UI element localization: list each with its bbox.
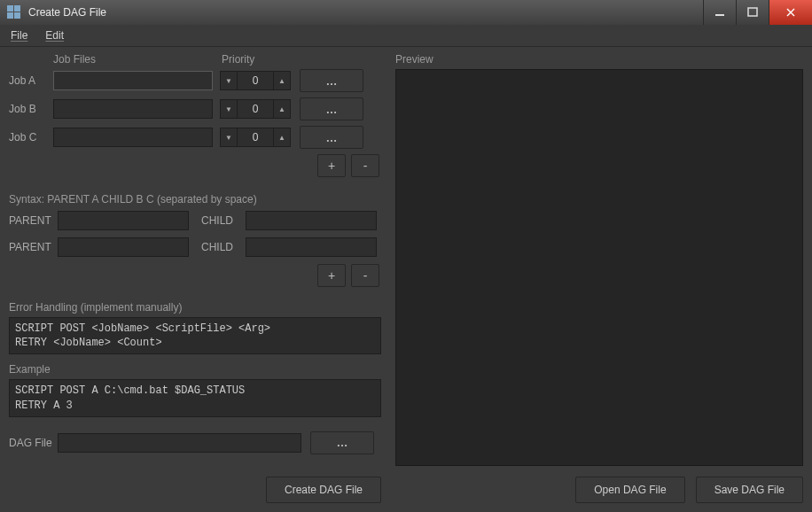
job-a-file-input[interactable] — [53, 71, 213, 90]
job-row-b: Job B ▼ 0 ▲ … — [9, 97, 381, 120]
job-row-c: Job C ▼ 0 ▲ … — [9, 126, 381, 149]
svg-rect-0 — [715, 14, 724, 16]
job-remove-button[interactable]: - — [351, 154, 379, 177]
preview-box[interactable] — [395, 69, 803, 466]
pc2-parent-input[interactable] — [58, 237, 189, 257]
example-text: SCRIPT POST A C:\cmd.bat $DAG_STATUS RET… — [9, 379, 381, 416]
job-b-priority-spinner: ▼ 0 ▲ — [220, 99, 291, 119]
job-a-browse-button[interactable]: … — [300, 69, 363, 92]
close-button[interactable] — [769, 0, 812, 25]
job-b-label: Job B — [9, 103, 53, 115]
menubar: File Edit — [0, 25, 812, 47]
job-a-priority-spinner: ▼ 0 ▲ — [220, 71, 291, 90]
pc1-parent-input[interactable] — [58, 211, 189, 230]
job-add-button[interactable]: + — [317, 154, 346, 177]
pc1-child-label: CHILD — [201, 214, 246, 227]
dag-file-browse-button[interactable]: … — [310, 431, 374, 454]
titlebar: Create DAG File — [0, 0, 812, 26]
dag-file-input[interactable] — [58, 433, 301, 453]
create-dag-button[interactable]: Create DAG File — [266, 477, 381, 503]
pc1-parent-label: PARENT — [9, 214, 58, 227]
right-footer: Open DAG File Save DAG File — [395, 466, 803, 503]
job-b-browse-button[interactable]: … — [300, 97, 363, 120]
pc2-child-label: CHILD — [201, 241, 246, 253]
pc-add-button[interactable]: + — [317, 264, 346, 287]
left-footer: Create DAG File — [9, 466, 381, 503]
job-c-priority-up[interactable]: ▲ — [273, 128, 291, 147]
job-add-remove: + - — [9, 154, 381, 177]
job-b-file-input[interactable] — [53, 99, 213, 119]
error-handling-text[interactable]: SCRIPT POST <JobName> <ScriptFile> <Arg>… — [9, 317, 381, 354]
content: Job Files Priority Job A ▼ 0 ▲ … Job B — [0, 46, 812, 512]
pc-remove-button[interactable]: - — [351, 264, 379, 287]
svg-rect-1 — [748, 8, 757, 16]
job-headers: Job Files Priority — [9, 53, 381, 66]
open-dag-button[interactable]: Open DAG File — [575, 477, 684, 503]
right-panel: Preview Open DAG File Save DAG File — [395, 53, 803, 503]
job-a-priority-value[interactable]: 0 — [238, 71, 273, 90]
job-c-file-input[interactable] — [53, 128, 213, 147]
job-c-label: Job C — [9, 131, 53, 144]
left-panel: Job Files Priority Job A ▼ 0 ▲ … Job B — [9, 53, 381, 503]
header-priority: Priority — [222, 53, 301, 66]
example-label: Example — [9, 363, 381, 376]
maximize-button[interactable] — [736, 0, 769, 25]
job-b-priority-up[interactable]: ▲ — [273, 99, 291, 119]
job-c-priority-value[interactable]: 0 — [238, 128, 273, 147]
pc2-parent-label: PARENT — [9, 241, 58, 253]
syntax-label: Syntax: PARENT A CHILD B C (separated by… — [9, 193, 381, 206]
window-controls — [703, 0, 812, 25]
job-a-label: Job A — [9, 74, 53, 87]
job-c-priority-spinner: ▼ 0 ▲ — [220, 128, 291, 147]
save-dag-button[interactable]: Save DAG File — [696, 477, 803, 503]
job-c-browse-button[interactable]: … — [300, 126, 363, 149]
parent-child-row-2: PARENT CHILD — [9, 237, 381, 257]
minimize-button[interactable] — [703, 0, 736, 25]
dag-file-label: DAG File — [9, 437, 58, 449]
svg-line-3 — [787, 9, 794, 16]
window-title: Create DAG File — [28, 6, 106, 19]
job-c-priority-down[interactable]: ▼ — [220, 128, 238, 147]
error-handling-label: Error Handling (implement manually) — [9, 301, 381, 314]
header-job-files: Job Files — [53, 53, 222, 66]
job-a-priority-down[interactable]: ▼ — [220, 71, 238, 90]
parent-child-row-1: PARENT CHILD — [9, 211, 381, 230]
job-row-a: Job A ▼ 0 ▲ … — [9, 69, 381, 92]
pc2-child-input[interactable] — [246, 237, 377, 257]
dag-file-row: DAG File … — [9, 431, 381, 454]
menu-edit[interactable]: Edit — [45, 29, 64, 42]
job-b-priority-down[interactable]: ▼ — [220, 99, 238, 119]
app-window: Create DAG File File Edit Job Files Prio… — [0, 0, 812, 512]
pc1-child-input[interactable] — [246, 211, 377, 230]
pc-add-remove: + - — [9, 264, 381, 287]
job-a-priority-up[interactable]: ▲ — [273, 71, 291, 90]
preview-label: Preview — [395, 53, 803, 66]
menu-file[interactable]: File — [11, 29, 27, 42]
app-icon — [7, 5, 21, 19]
job-b-priority-value[interactable]: 0 — [238, 99, 273, 119]
svg-line-2 — [787, 9, 794, 16]
